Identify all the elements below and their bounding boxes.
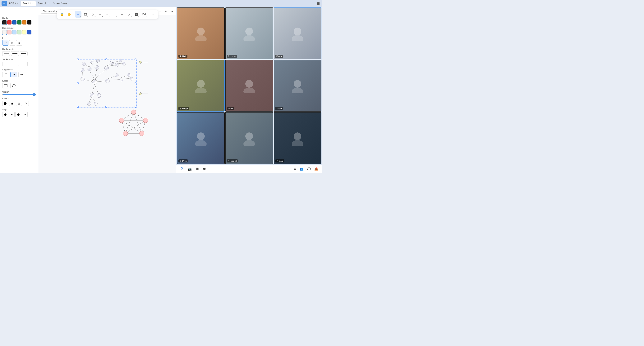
tool-select[interactable]: ↖1 xyxy=(75,11,82,18)
tool-arrow[interactable]: →5 xyxy=(104,11,110,18)
mic-button[interactable]: 🎙 xyxy=(180,166,184,172)
stroke-color-black[interactable] xyxy=(2,20,6,24)
svg-point-98 xyxy=(244,140,255,146)
tool-text[interactable]: A8 xyxy=(126,11,132,18)
nick-label: 🎙 Nick xyxy=(178,55,188,58)
svg-point-30 xyxy=(90,61,94,64)
fill-crosshatch-button[interactable]: ⊞ xyxy=(9,40,15,45)
svg-line-47 xyxy=(121,76,127,78)
tool-eraser[interactable]: ⌫0 xyxy=(140,11,147,18)
participant-diego-cell[interactable]: 🎙 Diego xyxy=(177,60,225,112)
tool-rectangle[interactable]: 2 xyxy=(82,11,89,18)
diego-label: 🎙 Diego xyxy=(178,107,189,110)
tab-screenshare[interactable]: Screen Share xyxy=(51,1,69,6)
bg-color-lightgreen[interactable] xyxy=(17,30,22,34)
layer-send-back[interactable]: ⬤ xyxy=(2,101,8,106)
participants-button[interactable]: 👥 xyxy=(299,166,304,172)
tab-pdf3[interactable]: PDF 3 ✕ xyxy=(7,1,20,6)
participant-nick-cell[interactable]: 🎙 Nick xyxy=(177,7,225,59)
stroke-width-medium[interactable] xyxy=(11,51,19,56)
canvas-area: 🔒 ✋ ↖1 2 ◇3 ○4 →5 —6 ✏7 xyxy=(38,7,176,173)
bg-color-yellow[interactable] xyxy=(22,30,26,34)
pentagon-graph[interactable] xyxy=(119,110,148,136)
sloppiness-straight[interactable]: ⌒ xyxy=(2,72,9,77)
tool-lock[interactable]: 🔒 xyxy=(59,11,65,18)
leave-button[interactable]: 📤 xyxy=(314,166,319,172)
opacity-slider[interactable] xyxy=(2,94,36,95)
stroke-style-dotted[interactable] xyxy=(20,62,28,66)
edge-round[interactable] xyxy=(10,83,17,88)
stroke-style-dashed[interactable] xyxy=(11,62,19,66)
participant-laura-cell[interactable]: 🎙 Laura xyxy=(225,7,273,59)
svg-rect-17 xyxy=(77,83,78,84)
stroke-color-blue[interactable] xyxy=(12,20,16,24)
tab-board1-close[interactable]: ✕ xyxy=(32,2,34,5)
svg-point-88 xyxy=(292,35,303,41)
stroke-color-green[interactable] xyxy=(17,20,22,24)
network-graph[interactable] xyxy=(81,59,133,105)
nick-video xyxy=(177,8,224,59)
participant-sam-cell[interactable]: 🎙 Sam xyxy=(274,112,322,164)
camera-button[interactable]: 📷 xyxy=(187,166,192,172)
tool-diamond[interactable]: ◇3 xyxy=(90,11,96,18)
participant-daniel-cell[interactable]: 🎙 Daniel xyxy=(225,112,273,164)
bg-color-white[interactable] xyxy=(2,30,6,34)
layer-backward[interactable]: ◉ xyxy=(9,101,15,106)
participant-elena-cell[interactable]: Elena xyxy=(274,7,322,59)
settings-button[interactable]: ⚙ xyxy=(293,166,297,172)
tab-board2-close[interactable]: ✕ xyxy=(47,2,49,5)
stroke-color-red[interactable] xyxy=(7,20,12,24)
new-tab-button[interactable]: + xyxy=(2,1,7,6)
sloppiness-curved[interactable]: 〜 xyxy=(10,72,17,77)
stroke-width-options xyxy=(2,51,36,56)
participant-anna-cell[interactable]: Anna xyxy=(225,60,273,112)
screen-share-button[interactable]: 🖥 xyxy=(195,166,200,172)
fill-solid-button[interactable]: ■ xyxy=(16,40,22,45)
tab-board1[interactable]: Board 1 ✕ xyxy=(21,1,36,6)
canvas-svg[interactable] xyxy=(38,7,176,173)
tool-hand[interactable]: ✋ xyxy=(66,11,72,18)
sidebar-menu-button[interactable]: ☰ xyxy=(2,9,8,14)
stroke-color-orange[interactable] xyxy=(22,20,26,24)
layer-bring-front[interactable]: ⊙ xyxy=(23,101,29,106)
stroke-width-thin[interactable] xyxy=(2,51,10,56)
mike-name: Mike xyxy=(182,160,187,162)
tool-image[interactable]: 🖼9 xyxy=(133,11,140,18)
svg-point-24 xyxy=(95,65,99,70)
record-button[interactable]: ⏺ xyxy=(202,166,207,172)
participant-javier-cell[interactable]: Javier xyxy=(274,60,322,112)
svg-line-51 xyxy=(84,79,92,82)
sloppiness-options: ⌒ 〜 〰 xyxy=(2,72,36,77)
stroke-color-darkblack[interactable] xyxy=(27,20,32,24)
layer-forward[interactable]: ◎ xyxy=(16,101,22,106)
bg-color-pink[interactable] xyxy=(7,30,12,34)
javier-label: Javier xyxy=(275,107,283,110)
stroke-style-solid[interactable] xyxy=(2,62,10,66)
align-right[interactable]: ⬤ xyxy=(15,112,21,117)
participant-mike-cell[interactable]: 🎙 Mike xyxy=(177,112,225,164)
svg-point-96 xyxy=(195,140,206,146)
tool-more[interactable]: ⋯ xyxy=(150,11,156,18)
elena-name: Elena xyxy=(276,55,282,57)
fill-hatch-button[interactable]: ⋮⋮ xyxy=(2,40,8,45)
align-distribute-h[interactable]: ⇔ xyxy=(22,112,28,117)
tool-pen[interactable]: ✏7 xyxy=(119,11,125,18)
edge-sharp[interactable] xyxy=(2,83,9,88)
tool-line[interactable]: —6 xyxy=(111,11,118,18)
tab-board2[interactable]: Board 2 ✕ xyxy=(36,1,51,6)
tab-board1-label: Board 1 xyxy=(23,2,31,5)
sam-mic-icon: 🎙 xyxy=(276,160,278,162)
svg-line-21 xyxy=(89,70,94,79)
bg-color-lightblue[interactable] xyxy=(12,30,16,34)
mike-video xyxy=(177,113,224,164)
chat-button[interactable]: 💬 xyxy=(306,166,312,172)
tab-pdf3-close[interactable]: ✕ xyxy=(17,2,18,5)
bg-color-blue[interactable] xyxy=(27,30,32,34)
svg-point-85 xyxy=(245,27,253,35)
tool-ellipse[interactable]: ○4 xyxy=(97,11,103,18)
stroke-width-thick[interactable] xyxy=(20,51,28,56)
sloppiness-wavy[interactable]: 〰 xyxy=(18,72,25,77)
tab-menu-button[interactable]: ☰ xyxy=(316,1,320,6)
align-left[interactable]: ⬤ xyxy=(2,112,8,117)
align-center-h[interactable]: ⊕ xyxy=(9,112,14,117)
